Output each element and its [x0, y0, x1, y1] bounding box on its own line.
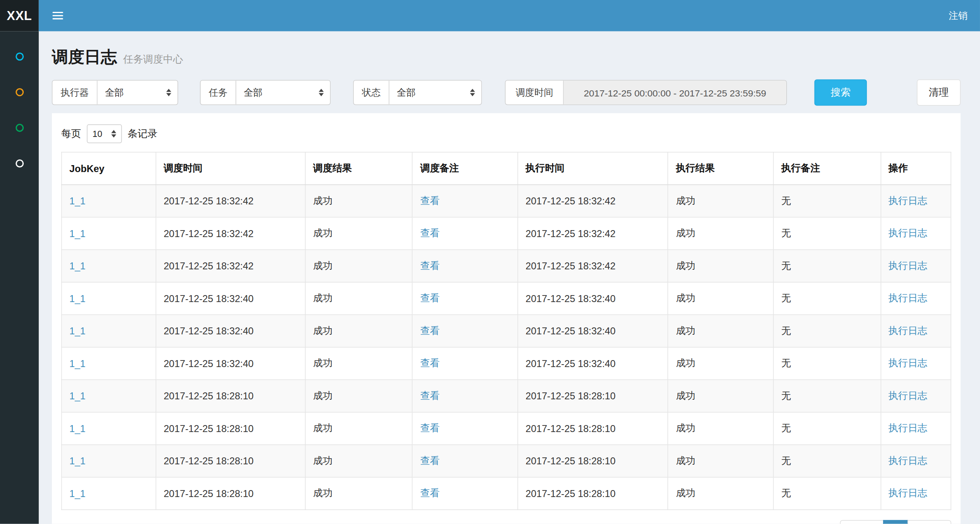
sched-result: 成功: [305, 445, 412, 477]
circle-o-icon: [15, 88, 23, 96]
sched-time: 2017-12-25 18:32:40: [156, 282, 305, 315]
exec-log-link[interactable]: 执行日志: [888, 390, 927, 401]
sched-remark-link[interactable]: 查看: [420, 390, 439, 401]
exec-result: 成功: [668, 185, 774, 217]
sched-remark-link[interactable]: 查看: [420, 325, 439, 336]
exec-log-link[interactable]: 执行日志: [888, 488, 927, 498]
executor-filter-label: 执行器: [52, 81, 97, 104]
logout-link[interactable]: 注销: [949, 10, 967, 22]
sidebar-item-dashboard[interactable]: [0, 39, 39, 74]
clear-button[interactable]: 清理: [917, 79, 960, 105]
exec-time: 2017-12-25 18:32:42: [518, 250, 668, 282]
sidebar-item-job-manage[interactable]: [0, 74, 39, 110]
column-header: 调度时间: [156, 152, 305, 185]
table-footer-row: 第 1 页 ( 总共 1 页，10 条记录 ) 上页 1 下页: [61, 510, 951, 524]
select-stepper-icon: [107, 130, 116, 137]
exec-log-link[interactable]: 执行日志: [888, 195, 927, 206]
prev-page-button[interactable]: 上页: [840, 520, 884, 524]
exec-log-link[interactable]: 执行日志: [888, 293, 927, 303]
exec-remark: 无: [774, 412, 881, 445]
log-table-body: 1_12017-12-25 18:32:42成功查看2017-12-25 18:…: [62, 185, 951, 510]
app-root: XXL 注销 调度日志任务调度中心 执行器 全部: [0, 0, 980, 524]
sched-time: 2017-12-25 18:32:42: [156, 217, 305, 250]
current-page-button[interactable]: 1: [883, 520, 908, 524]
jobkey-link[interactable]: 1_1: [69, 260, 86, 271]
sched-remark-link[interactable]: 查看: [420, 358, 439, 368]
pagination: 上页 1 下页: [840, 520, 951, 524]
circle-o-icon: [15, 124, 23, 132]
column-header: 调度结果: [305, 152, 412, 185]
sidebar: [0, 31, 39, 524]
jobkey-link-cell: 1_1: [62, 412, 156, 445]
table-row: 1_12017-12-25 18:32:42成功查看2017-12-25 18:…: [62, 217, 951, 250]
exec-log-link-cell: 执行日志: [881, 315, 951, 347]
jobkey-link[interactable]: 1_1: [69, 390, 86, 401]
sched-remark-link[interactable]: 查看: [420, 260, 439, 271]
body-row: 调度日志任务调度中心 执行器 全部 任务 全部: [0, 31, 980, 524]
sched-time: 2017-12-25 18:28:10: [156, 380, 305, 412]
jobkey-link[interactable]: 1_1: [69, 488, 86, 499]
exec-result: 成功: [668, 347, 774, 380]
jobkey-link-cell: 1_1: [62, 477, 156, 510]
exec-log-link[interactable]: 执行日志: [888, 358, 927, 368]
sched-remark-link[interactable]: 查看: [420, 228, 439, 238]
table-header-row: JobKey调度时间调度结果调度备注执行时间执行结果执行备注操作: [62, 152, 951, 185]
sidebar-item-job-log[interactable]: [0, 110, 39, 146]
sched-remark-link[interactable]: 查看: [420, 423, 439, 433]
jobkey-link[interactable]: 1_1: [69, 325, 86, 336]
exec-log-link[interactable]: 执行日志: [888, 260, 927, 271]
column-header: 执行备注: [774, 152, 881, 185]
exec-log-link[interactable]: 执行日志: [888, 423, 927, 433]
page-size-select[interactable]: 10: [87, 124, 122, 143]
navbar-main: 注销: [39, 0, 980, 31]
sidebar-toggle-hamburger-icon[interactable]: [50, 6, 65, 25]
exec-time: 2017-12-25 18:32:42: [518, 185, 668, 217]
jobkey-link[interactable]: 1_1: [69, 195, 86, 206]
jobkey-link-cell: 1_1: [62, 217, 156, 250]
table-row: 1_12017-12-25 18:32:40成功查看2017-12-25 18:…: [62, 347, 951, 380]
jobkey-link-cell: 1_1: [62, 315, 156, 347]
page-size-suffix: 条记录: [128, 127, 157, 140]
search-button[interactable]: 搜索: [814, 79, 867, 105]
exec-log-link[interactable]: 执行日志: [888, 228, 927, 238]
schedule-time-range-input[interactable]: 2017-12-25 00:00:00 - 2017-12-25 23:59:5…: [564, 81, 786, 104]
sched-remark-link-cell: 查看: [412, 445, 518, 477]
jobkey-link[interactable]: 1_1: [69, 423, 86, 434]
job-filter-select[interactable]: 全部: [236, 81, 330, 104]
status-filter-select[interactable]: 全部: [389, 81, 481, 104]
sched-remark-link-cell: 查看: [412, 250, 518, 282]
jobkey-link[interactable]: 1_1: [69, 455, 86, 466]
exec-log-link-cell: 执行日志: [881, 477, 951, 510]
sched-remark-link[interactable]: 查看: [420, 455, 439, 466]
exec-result: 成功: [668, 217, 774, 250]
app-logo[interactable]: XXL: [0, 0, 39, 31]
sched-time: 2017-12-25 18:32:40: [156, 315, 305, 347]
exec-log-link[interactable]: 执行日志: [888, 325, 927, 336]
exec-remark: 无: [774, 347, 881, 380]
sched-remark-link-cell: 查看: [412, 282, 518, 315]
jobkey-link[interactable]: 1_1: [69, 358, 86, 369]
executor-filter-select[interactable]: 全部: [98, 81, 178, 104]
sched-time: 2017-12-25 18:32:40: [156, 347, 305, 380]
sched-remark-link[interactable]: 查看: [420, 195, 439, 206]
schedule-time-filter-group: 调度时间 2017-12-25 00:00:00 - 2017-12-25 23…: [505, 80, 787, 105]
jobkey-link[interactable]: 1_1: [69, 293, 86, 303]
sched-result: 成功: [305, 282, 412, 315]
exec-log-link-cell: 执行日志: [881, 380, 951, 412]
sched-remark-link[interactable]: 查看: [420, 488, 439, 498]
sched-time: 2017-12-25 18:32:42: [156, 250, 305, 282]
exec-result: 成功: [668, 315, 774, 347]
jobkey-link[interactable]: 1_1: [69, 228, 86, 238]
job-filter-value: 全部: [244, 87, 262, 99]
sched-remark-link-cell: 查看: [412, 412, 518, 445]
exec-log-link-cell: 执行日志: [881, 412, 951, 445]
exec-log-link-cell: 执行日志: [881, 347, 951, 380]
next-page-button[interactable]: 下页: [908, 520, 951, 524]
column-header: 调度备注: [412, 152, 518, 185]
exec-result: 成功: [668, 282, 774, 315]
sched-result: 成功: [305, 380, 412, 412]
exec-log-link[interactable]: 执行日志: [888, 455, 927, 466]
exec-log-link-cell: 执行日志: [881, 185, 951, 217]
sidebar-item-executor-manage[interactable]: [0, 146, 39, 181]
sched-remark-link[interactable]: 查看: [420, 293, 439, 303]
